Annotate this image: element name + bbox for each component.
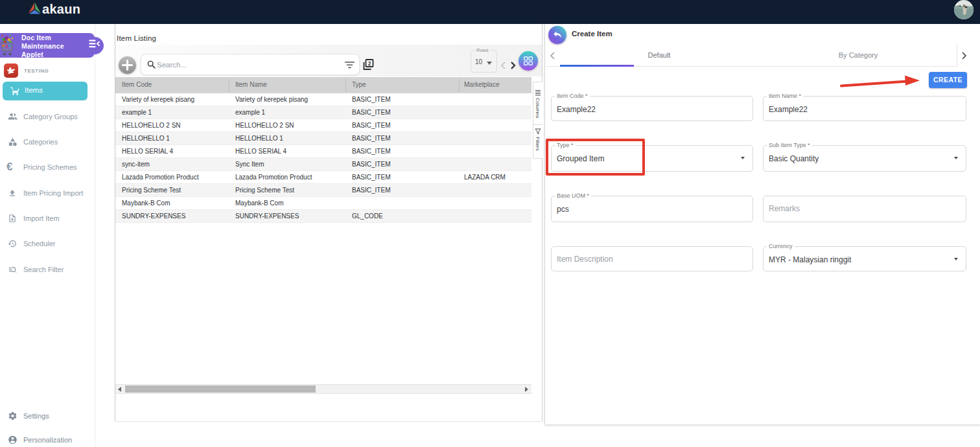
svg-text:2: 2 (368, 60, 371, 67)
